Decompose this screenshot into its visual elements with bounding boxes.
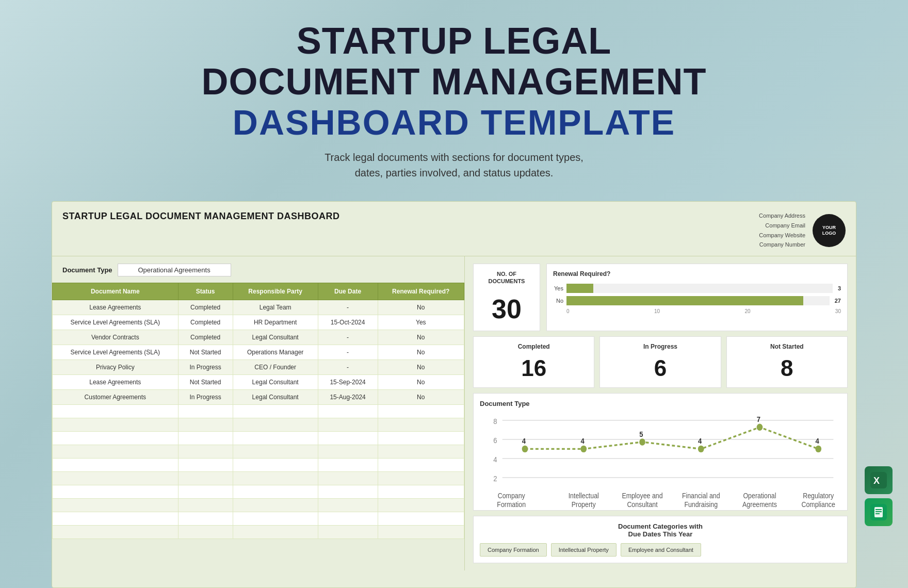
bar-axis: 0102030 [553,308,841,314]
svg-text:4: 4 [698,436,702,445]
svg-text:X: X [873,476,880,486]
svg-text:Property: Property [572,500,596,509]
stats-section: NO. OF DOCUMENTS 30 Renewal Required? Ye… [465,256,856,570]
bar-row-yes: Yes 3 [553,284,841,293]
svg-point-10 [639,438,645,445]
bar-track-no [566,296,830,305]
svg-text:Consultant: Consultant [627,500,657,509]
bar-fill-yes [566,284,593,293]
not-started-value: 8 [733,355,841,381]
svg-rect-37 [875,511,882,512]
categories-badges: Company Formation Intellectual Property … [480,543,841,557]
in-progress-card: In Progress 6 [599,336,721,388]
header: STARTUP LEGAL DOCUMENT MANAGEMENT DASHBO… [0,0,908,196]
header-title-line2: DOCUMENT MANAGEMENT [10,61,898,102]
excel-icon[interactable]: X [865,466,893,494]
svg-text:Intellectual: Intellectual [569,492,599,500]
svg-point-13 [815,445,821,452]
renewal-card: Renewal Required? Yes 3 No [546,264,848,331]
doc-type-title: Document Type [480,400,841,407]
table-row-empty [53,485,464,499]
svg-text:8: 8 [493,416,497,425]
filter-value[interactable]: Operational Agreements [118,264,231,276]
header-title-line3: DASHBOARD TEMPLATE [10,102,898,142]
doc-type-chart: 8 6 4 2 [480,412,841,516]
svg-text:4: 4 [815,436,819,445]
col-due-date: Due Date [318,283,378,300]
bar-row-no: No 27 [553,296,841,305]
col-responsible: Responsible Party [233,283,318,300]
not-started-card: Not Started 8 [726,336,848,388]
renewal-title: Renewal Required? [553,270,841,277]
col-status: Status [178,283,233,300]
company-details: Company Address Company Email Company We… [759,211,805,250]
svg-text:2: 2 [493,473,497,482]
svg-text:Formation: Formation [497,500,526,509]
svg-rect-38 [875,513,880,514]
badge-intellectual-property: Intellectual Property [551,543,617,557]
total-docs-label: NO. OF DOCUMENTS [480,270,533,285]
table-section: Document Type Operational Agreements Doc… [52,256,465,570]
svg-text:Operational: Operational [743,492,776,500]
bar-label-yes: Yes [553,285,563,291]
company-info: Company Address Company Email Company We… [759,211,846,250]
top-stats: NO. OF DOCUMENTS 30 Renewal Required? Ye… [473,264,848,331]
svg-text:6: 6 [493,435,497,444]
svg-rect-36 [875,509,882,510]
completed-value: 16 [480,355,588,381]
svg-text:Fundraising: Fundraising [684,500,718,509]
documents-table: Document Name Status Responsible Party D… [52,283,464,539]
svg-point-11 [698,445,704,452]
svg-point-8 [522,445,528,452]
table-row-empty [53,405,464,418]
table-row-empty [53,512,464,526]
in-progress-label: In Progress [606,343,714,350]
dashboard-header: STARTUP LEGAL DOCUMENT MANAGEMENT DASHBO… [52,202,856,256]
company-logo: YOURLOGO [813,214,846,247]
total-docs-value: 30 [480,293,533,324]
table-header-row: Document Name Status Responsible Party D… [53,283,464,300]
completed-label: Completed [480,343,588,350]
svg-text:Agreements: Agreements [742,500,777,509]
table-row: Lease AgreementsCompletedLegal Team-No [53,300,464,315]
total-docs-card: NO. OF DOCUMENTS 30 [473,264,540,331]
svg-text:4: 4 [522,436,526,445]
bar-value-no: 27 [835,298,841,304]
col-renewal: Renewal Required? [378,283,464,300]
table-row: Lease AgreementsNot StartedLegal Consult… [53,375,464,390]
svg-text:4: 4 [580,436,584,445]
svg-text:5: 5 [639,430,643,438]
app-icons: X [865,466,893,526]
dashboard-body: Document Type Operational Agreements Doc… [52,256,856,570]
svg-text:Employee and: Employee and [622,492,662,500]
company-number: Company Number [759,240,805,250]
table-row-empty [53,459,464,472]
table-row: Privacy PolicyIn ProgressCEO / Founder-N… [53,360,464,375]
header-title-line1: STARTUP LEGAL [10,21,898,61]
table-row-empty [53,526,464,539]
table-row: Customer AgreementsIn ProgressLegal Cons… [53,390,464,405]
table-row: Service Level Agreements (SLA)CompletedH… [53,315,464,330]
svg-text:4: 4 [493,454,497,463]
svg-text:Company: Company [498,492,525,500]
filter-label: Document Type [62,266,112,274]
company-address: Company Address [759,211,805,221]
header-description-line1: Track legal documents with sections for … [10,150,898,165]
col-doc-name: Document Name [53,283,179,300]
table-row: Service Level Agreements (SLA)Not Starte… [53,345,464,360]
table-row: Vendor ContractsCompletedLegal Consultan… [53,330,464,345]
completed-card: Completed 16 [473,336,594,388]
status-cards: Completed 16 In Progress 6 Not Started 8 [473,336,848,388]
svg-text:Compliance: Compliance [802,500,835,509]
dashboard-container: STARTUP LEGAL DOCUMENT MANAGEMENT DASHBO… [52,201,856,588]
sheets-icon[interactable] [865,498,893,526]
not-started-label: Not Started [733,343,841,350]
filter-row: Document Type Operational Agreements [52,264,464,283]
company-email: Company Email [759,221,805,231]
dashboard-title: STARTUP LEGAL DOCUMENT MANAGEMENT DASHBO… [62,211,340,222]
badge-company-formation: Company Formation [480,543,547,557]
svg-text:7: 7 [757,415,760,423]
categories-title: Document Categories withDue Dates This Y… [480,522,841,538]
in-progress-value: 6 [606,355,714,381]
table-row-empty [53,445,464,459]
